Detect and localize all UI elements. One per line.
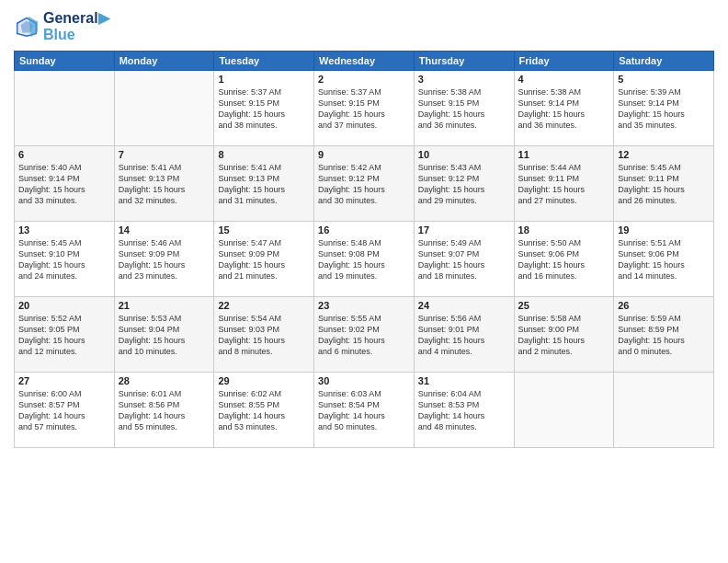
day-info: Sunrise: 5:56 AM Sunset: 9:01 PM Dayligh… [418,313,510,358]
day-of-week-header: Tuesday [214,52,314,71]
day-number: 6 [18,149,110,160]
calendar-cell: 21Sunrise: 5:53 AM Sunset: 9:04 PM Dayli… [114,297,214,373]
calendar-cell: 5Sunrise: 5:39 AM Sunset: 9:14 PM Daylig… [614,71,714,146]
day-info: Sunrise: 5:48 AM Sunset: 9:08 PM Dayligh… [318,237,410,282]
calendar-cell: 29Sunrise: 6:02 AM Sunset: 8:55 PM Dayli… [214,373,314,448]
day-number: 30 [318,375,410,386]
day-number: 15 [218,224,310,236]
day-number: 24 [418,300,510,311]
day-info: Sunrise: 5:54 AM Sunset: 9:03 PM Dayligh… [218,313,310,358]
calendar-cell: 17Sunrise: 5:49 AM Sunset: 9:07 PM Dayli… [414,222,514,297]
day-info: Sunrise: 5:40 AM Sunset: 9:14 PM Dayligh… [18,162,110,207]
day-number: 11 [518,149,610,160]
logo: General▶ Blue [14,9,109,43]
day-info: Sunrise: 5:55 AM Sunset: 9:02 PM Dayligh… [318,313,410,358]
calendar-cell: 19Sunrise: 5:51 AM Sunset: 9:06 PM Dayli… [614,222,714,297]
calendar-cell [614,373,714,448]
day-number: 12 [618,149,710,160]
day-of-week-header: Thursday [414,52,514,71]
day-number: 17 [418,224,510,236]
day-info: Sunrise: 5:51 AM Sunset: 9:06 PM Dayligh… [618,237,710,282]
calendar-header-row: SundayMondayTuesdayWednesdayThursdayFrid… [15,52,714,71]
calendar-cell [514,373,614,448]
day-info: Sunrise: 5:46 AM Sunset: 9:09 PM Dayligh… [119,237,210,282]
day-info: Sunrise: 5:43 AM Sunset: 9:12 PM Dayligh… [418,162,510,207]
day-number: 20 [18,300,110,311]
calendar-cell: 13Sunrise: 5:45 AM Sunset: 9:10 PM Dayli… [15,222,115,297]
day-number: 19 [618,224,710,236]
day-number: 13 [18,224,110,236]
calendar-cell: 18Sunrise: 5:50 AM Sunset: 9:06 PM Dayli… [514,222,614,297]
day-info: Sunrise: 5:38 AM Sunset: 9:14 PM Dayligh… [518,86,610,132]
day-number: 9 [318,149,410,160]
day-number: 1 [218,74,310,85]
calendar-cell: 16Sunrise: 5:48 AM Sunset: 9:08 PM Dayli… [314,222,415,297]
day-number: 22 [218,300,310,311]
calendar-cell: 8Sunrise: 5:41 AM Sunset: 9:13 PM Daylig… [214,146,314,222]
calendar-cell [114,71,214,146]
day-of-week-header: Friday [514,52,614,71]
calendar-cell [15,71,115,146]
calendar-week-row: 13Sunrise: 5:45 AM Sunset: 9:10 PM Dayli… [15,222,714,297]
calendar-cell: 15Sunrise: 5:47 AM Sunset: 9:09 PM Dayli… [214,222,314,297]
day-number: 16 [318,224,410,236]
day-number: 7 [119,149,210,160]
day-number: 26 [618,300,710,311]
day-number: 25 [518,300,610,311]
day-info: Sunrise: 5:45 AM Sunset: 9:11 PM Dayligh… [618,162,710,207]
day-info: Sunrise: 5:45 AM Sunset: 9:10 PM Dayligh… [18,237,110,282]
day-info: Sunrise: 5:41 AM Sunset: 9:13 PM Dayligh… [218,162,310,207]
day-of-week-header: Monday [114,52,214,71]
day-info: Sunrise: 5:49 AM Sunset: 9:07 PM Dayligh… [418,237,510,282]
calendar-cell: 24Sunrise: 5:56 AM Sunset: 9:01 PM Dayli… [414,297,514,373]
day-number: 2 [318,74,410,85]
calendar-cell: 28Sunrise: 6:01 AM Sunset: 8:56 PM Dayli… [114,373,214,448]
calendar-table: SundayMondayTuesdayWednesdayThursdayFrid… [14,51,714,448]
calendar-week-row: 20Sunrise: 5:52 AM Sunset: 9:05 PM Dayli… [15,297,714,373]
day-number: 8 [218,149,310,160]
day-info: Sunrise: 6:02 AM Sunset: 8:55 PM Dayligh… [218,388,310,433]
day-info: Sunrise: 5:42 AM Sunset: 9:12 PM Dayligh… [318,162,410,207]
day-info: Sunrise: 5:38 AM Sunset: 9:15 PM Dayligh… [418,86,510,132]
calendar-week-row: 27Sunrise: 6:00 AM Sunset: 8:57 PM Dayli… [15,373,714,448]
day-info: Sunrise: 6:04 AM Sunset: 8:53 PM Dayligh… [418,388,510,433]
calendar-cell: 1Sunrise: 5:37 AM Sunset: 9:15 PM Daylig… [214,71,314,146]
calendar-cell: 23Sunrise: 5:55 AM Sunset: 9:02 PM Dayli… [314,297,415,373]
calendar-week-row: 6Sunrise: 5:40 AM Sunset: 9:14 PM Daylig… [15,146,714,222]
day-info: Sunrise: 6:03 AM Sunset: 8:54 PM Dayligh… [318,388,410,433]
day-info: Sunrise: 6:00 AM Sunset: 8:57 PM Dayligh… [18,388,110,433]
day-number: 10 [418,149,510,160]
day-number: 4 [518,74,610,85]
calendar-cell: 26Sunrise: 5:59 AM Sunset: 8:59 PM Dayli… [614,297,714,373]
calendar-cell: 4Sunrise: 5:38 AM Sunset: 9:14 PM Daylig… [514,71,614,146]
day-number: 14 [119,224,210,236]
day-of-week-header: Saturday [614,52,714,71]
calendar-cell: 9Sunrise: 5:42 AM Sunset: 9:12 PM Daylig… [314,146,415,222]
day-number: 18 [518,224,610,236]
calendar-cell: 14Sunrise: 5:46 AM Sunset: 9:09 PM Dayli… [114,222,214,297]
day-of-week-header: Wednesday [314,52,415,71]
day-number: 29 [218,375,310,386]
day-number: 23 [318,300,410,311]
calendar-cell: 20Sunrise: 5:52 AM Sunset: 9:05 PM Dayli… [15,297,115,373]
calendar-cell: 11Sunrise: 5:44 AM Sunset: 9:11 PM Dayli… [514,146,614,222]
day-info: Sunrise: 5:39 AM Sunset: 9:14 PM Dayligh… [618,86,710,132]
day-info: Sunrise: 5:44 AM Sunset: 9:11 PM Dayligh… [518,162,610,207]
day-number: 31 [418,375,510,386]
day-number: 21 [119,300,210,311]
calendar-cell: 25Sunrise: 5:58 AM Sunset: 9:00 PM Dayli… [514,297,614,373]
logo-icon [14,14,40,40]
day-info: Sunrise: 5:37 AM Sunset: 9:15 PM Dayligh… [318,86,410,132]
day-info: Sunrise: 5:53 AM Sunset: 9:04 PM Dayligh… [119,313,210,358]
page-header: General▶ Blue [14,9,714,43]
calendar-cell: 7Sunrise: 5:41 AM Sunset: 9:13 PM Daylig… [114,146,214,222]
day-info: Sunrise: 5:50 AM Sunset: 9:06 PM Dayligh… [518,237,610,282]
day-number: 28 [119,375,210,386]
calendar-cell: 27Sunrise: 6:00 AM Sunset: 8:57 PM Dayli… [15,373,115,448]
day-info: Sunrise: 5:41 AM Sunset: 9:13 PM Dayligh… [119,162,210,207]
day-info: Sunrise: 5:59 AM Sunset: 8:59 PM Dayligh… [618,313,710,358]
day-of-week-header: Sunday [15,52,115,71]
calendar-week-row: 1Sunrise: 5:37 AM Sunset: 9:15 PM Daylig… [15,71,714,146]
calendar-cell: 2Sunrise: 5:37 AM Sunset: 9:15 PM Daylig… [314,71,415,146]
day-number: 3 [418,74,510,85]
